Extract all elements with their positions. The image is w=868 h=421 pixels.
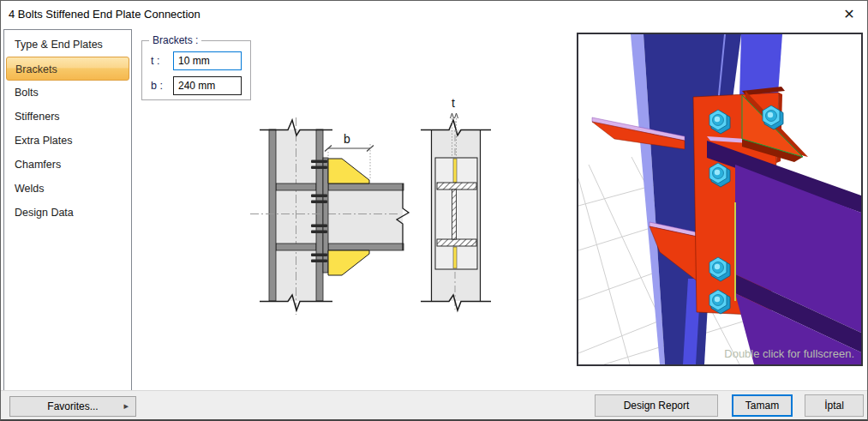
connection-drawing: b t <box>241 87 528 335</box>
footer-bar: Favorites... ▸ Design Report Tamam İptal <box>1 390 867 419</box>
cancel-button[interactable]: İptal <box>805 394 864 417</box>
design-report-button[interactable]: Design Report <box>595 394 718 417</box>
chevron-right-icon: ▸ <box>123 400 129 412</box>
b-label: b : <box>151 80 173 92</box>
sidebar-item-brackets[interactable]: Brackets <box>6 57 129 81</box>
top-bracket <box>328 159 369 183</box>
field-row-b: b : <box>151 76 242 95</box>
section-view: t <box>421 96 491 310</box>
field-row-t: t : <box>151 51 242 70</box>
sidebar-item-chamfers[interactable]: Chamfers <box>4 153 131 177</box>
t-label: t : <box>151 55 173 67</box>
sidebar-item-type-end-plates[interactable]: Type & End Plates <box>4 33 131 57</box>
groupbox-title: Brackets : <box>149 34 201 46</box>
favorites-label: Favorites... <box>47 400 98 412</box>
connection-dialog: 4 Bolts Stiffened End Plate Connection ✕… <box>0 0 868 421</box>
dim-b-label: b <box>344 132 350 146</box>
sidebar-item-design-data[interactable]: Design Data <box>4 201 131 225</box>
favorites-button[interactable]: Favorites... ▸ <box>9 396 136 417</box>
viewport-3d[interactable]: Double click for fullscreen. <box>577 33 863 366</box>
sidebar-item-bolts[interactable]: Bolts <box>4 81 131 105</box>
titlebar: 4 Bolts Stiffened End Plate Connection ✕ <box>1 1 867 28</box>
render-3d: Double click for fullscreen. <box>578 34 861 364</box>
fullscreen-hint: Double click for fullscreen. <box>724 347 854 360</box>
t-input[interactable] <box>173 51 242 70</box>
dim-t-label: t <box>452 96 455 110</box>
elevation-view: b <box>250 117 409 315</box>
sidebar-item-extra-plates[interactable]: Extra Plates <box>4 129 131 153</box>
close-icon[interactable]: ✕ <box>836 3 862 26</box>
b-input[interactable] <box>173 76 242 95</box>
dialog-title: 4 Bolts Stiffened End Plate Connection <box>9 8 201 21</box>
category-list: Type & End Plates Brackets Bolts Stiffen… <box>3 29 132 391</box>
ok-button[interactable]: Tamam <box>732 394 793 417</box>
sidebar-item-welds[interactable]: Welds <box>4 177 131 201</box>
bottom-bracket <box>328 250 369 275</box>
sidebar-item-stiffeners[interactable]: Stiffeners <box>4 105 131 129</box>
brackets-groupbox: Brackets : t : b : <box>141 40 251 100</box>
